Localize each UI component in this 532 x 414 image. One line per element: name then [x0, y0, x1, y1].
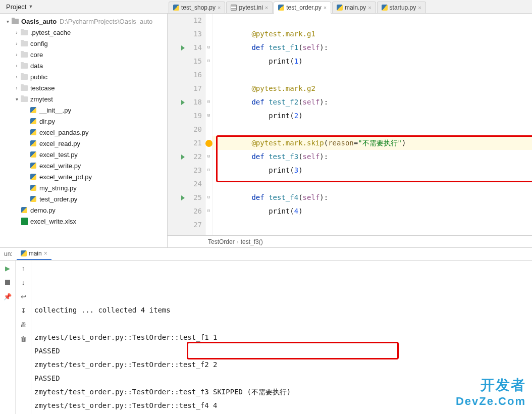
run-tab-label: main: [29, 250, 42, 257]
tree-twisty: ›: [13, 41, 20, 46]
up-icon[interactable]: ↑: [19, 264, 28, 273]
code-line[interactable]: def test_f3(self):: [218, 150, 532, 164]
code-line[interactable]: def test_f1(self):: [218, 41, 532, 55]
tree-item-label: .pytest_cache: [30, 29, 71, 36]
chevron-down-icon: ▾: [4, 19, 11, 24]
code-line[interactable]: def test_f4(self):: [218, 191, 532, 204]
watermark-line2: DevZe.Com: [456, 395, 526, 408]
down-icon[interactable]: ↓: [19, 278, 28, 287]
tab-label: test_order.py: [286, 4, 321, 11]
tree-root-label: Oasis_auto: [21, 18, 57, 25]
python-icon: [29, 195, 37, 203]
tree-item[interactable]: __init__.py: [0, 105, 167, 116]
code-line[interactable]: [218, 68, 532, 82]
editor-tab[interactable]: test_shop.py×: [169, 2, 225, 13]
run-line-icon[interactable]: [181, 154, 185, 160]
run-line-icon[interactable]: [181, 100, 185, 105]
code-line[interactable]: [218, 177, 532, 191]
editor-tab[interactable]: test_order.py×: [274, 2, 331, 14]
tree-item[interactable]: ›config: [0, 38, 167, 49]
tree-item[interactable]: excel_write.py: [0, 160, 167, 171]
python-icon: [173, 5, 179, 11]
scroll-to-end-icon[interactable]: ↧: [19, 306, 28, 315]
tree-root[interactable]: ▾ Oasis_auto D:\PycharmProjects\Oasis_au…: [0, 16, 167, 27]
tree-item-label: excel_test.py: [39, 151, 78, 159]
run-line-icon[interactable]: [181, 45, 185, 50]
tree-item-label: dir.py: [39, 118, 55, 125]
tree-item[interactable]: demo.py: [0, 204, 167, 216]
breadcrumb-item[interactable]: test_f3(): [241, 238, 263, 245]
tree-item-label: public: [30, 73, 47, 81]
tree-item[interactable]: excel_pandas.py: [0, 127, 167, 138]
close-icon[interactable]: ×: [265, 5, 268, 11]
editor-tab[interactable]: main.py×: [332, 2, 376, 13]
folder-icon: [20, 84, 28, 92]
editor-breadcrumb[interactable]: TestOrder › test_f3(): [168, 235, 532, 247]
tree-item[interactable]: dir.py: [0, 116, 167, 127]
python-icon: [382, 5, 388, 11]
pin-icon[interactable]: 📌: [3, 292, 12, 301]
close-icon[interactable]: ×: [218, 5, 221, 11]
console-line: zmytest/test_order.py::TestOrder::test_f…: [34, 358, 529, 372]
close-icon[interactable]: ×: [324, 5, 327, 11]
python-icon: [29, 184, 37, 192]
code-line[interactable]: print(2): [218, 109, 532, 123]
code-line[interactable]: [218, 123, 532, 136]
python-icon: [29, 128, 37, 136]
run-tab-main[interactable]: main ×: [17, 248, 51, 260]
tree-twisty: ›: [13, 30, 20, 35]
tree-item[interactable]: excel_test.py: [0, 149, 167, 160]
console-line: zmytest/test_order.py::TestOrder::test_f…: [34, 399, 529, 412]
code-editor[interactable]: 12131415161718192021222324252627 ⊟⊟⊟⊟⊟⊟⊟…: [168, 14, 532, 247]
project-selector[interactable]: Project ▼: [2, 2, 37, 12]
run-icon[interactable]: ▶: [3, 264, 12, 273]
tree-twisty: ›: [13, 63, 20, 69]
code-line[interactable]: def test_f2(self):: [218, 95, 532, 109]
project-tree[interactable]: ▾ Oasis_auto D:\PycharmProjects\Oasis_au…: [0, 14, 168, 247]
tree-item-label: core: [30, 51, 43, 59]
tree-item-label: excel_read.py: [39, 140, 80, 147]
code-line[interactable]: @pytest.mark.g2: [218, 82, 532, 95]
code-line[interactable]: print(4): [218, 204, 532, 218]
editor-content[interactable]: @pytest.mark.g1 def test_f1(self): print…: [212, 14, 532, 235]
print-icon[interactable]: 🖶: [19, 320, 28, 329]
tree-item[interactable]: test_order.py: [0, 193, 167, 204]
stop-icon[interactable]: [3, 278, 12, 287]
code-line[interactable]: @pytest.mark.g1: [218, 27, 532, 41]
close-icon[interactable]: ×: [44, 250, 47, 257]
tab-label: test_shop.py: [181, 4, 216, 11]
lightbulb-icon[interactable]: [205, 140, 212, 147]
close-icon[interactable]: ×: [368, 5, 371, 11]
run-line-icon[interactable]: [181, 195, 185, 200]
tree-item[interactable]: ›data: [0, 60, 167, 71]
tree-item[interactable]: my_string.py: [0, 182, 167, 193]
excel-icon: [20, 217, 28, 225]
tree-item-label: excel_write_pd.py: [39, 173, 92, 181]
tree-item[interactable]: ▾zmytest: [0, 93, 167, 105]
tree-item[interactable]: ›testcase: [0, 82, 167, 93]
tree-item-label: testcase: [30, 84, 55, 92]
tree-item-label: excel_write.py: [39, 162, 81, 170]
editor-tab[interactable]: pytest.ini×: [226, 2, 273, 13]
tree-item[interactable]: ›core: [0, 49, 167, 60]
code-line[interactable]: print(1): [218, 55, 532, 68]
code-line[interactable]: [218, 218, 532, 232]
tree-item[interactable]: excel_read.py: [0, 138, 167, 149]
close-icon[interactable]: ×: [418, 5, 421, 11]
code-line[interactable]: @pytest.mark.skip(reason="不需要执行"): [218, 136, 532, 150]
folder-icon: [20, 28, 28, 36]
tree-item[interactable]: excel_write.xlsx: [0, 216, 167, 227]
run-panel: un: main × ▶ 📌 ↑ ↓ ↩ ↧ 🖶 🗑: [0, 247, 532, 414]
breadcrumb-item[interactable]: TestOrder: [208, 238, 235, 245]
run-toolbar-left: ▶ 📌: [0, 261, 16, 414]
run-panel-label: un:: [0, 250, 17, 257]
code-line[interactable]: [218, 14, 532, 27]
code-line[interactable]: print(3): [218, 164, 532, 177]
tree-item[interactable]: ›.pytest_cache: [0, 27, 167, 38]
tree-item[interactable]: ›public: [0, 71, 167, 82]
chevron-down-icon: ▼: [28, 4, 33, 9]
delete-icon[interactable]: 🗑: [19, 334, 28, 343]
editor-tab[interactable]: startup.py×: [377, 2, 426, 13]
tree-item[interactable]: excel_write_pd.py: [0, 171, 167, 182]
soft-wrap-icon[interactable]: ↩: [19, 292, 28, 301]
